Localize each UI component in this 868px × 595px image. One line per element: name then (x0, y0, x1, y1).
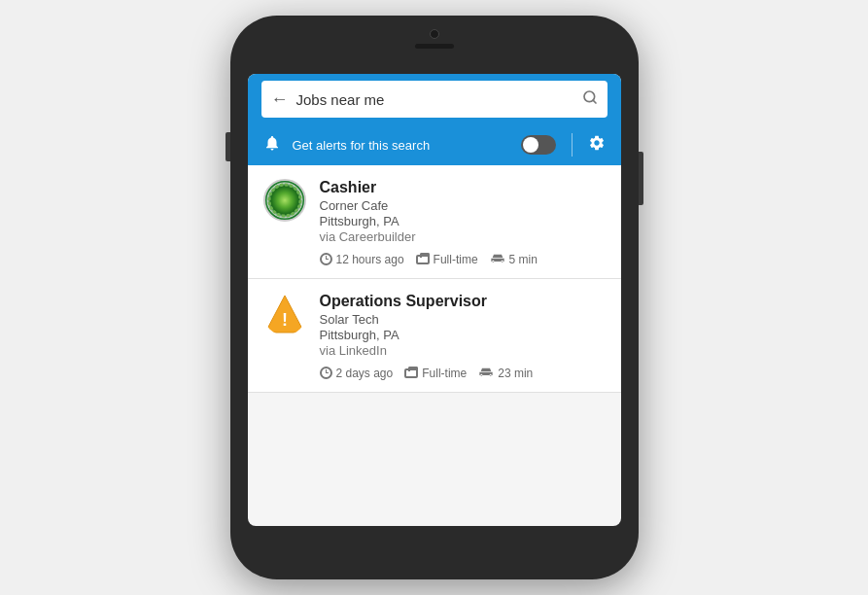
car-icon-ops (478, 366, 494, 380)
job-meta-cashier: 12 hours ago Full-time (320, 252, 606, 266)
alert-text: Get alerts for this search (293, 138, 509, 153)
clock-icon-ops (320, 367, 332, 379)
job-company-cashier: Corner Cafe (320, 198, 606, 213)
bell-icon (263, 134, 281, 157)
svg-text:!: ! (282, 310, 288, 330)
job-source-cashier: via Careerbuilder (320, 229, 606, 244)
job-type-cashier: Full-time (416, 253, 478, 266)
phone-body: ← Jobs near me Get a (230, 16, 639, 579)
job-title-ops: Operations Supervisor (320, 293, 606, 310)
job-card-ops[interactable]: ! Operations Supervisor Solar Tech Pitts… (248, 279, 621, 393)
toggle-knob (523, 137, 538, 153)
job-location-cashier: Pittsburgh, PA (320, 214, 606, 228)
gear-icon[interactable] (588, 134, 606, 157)
job-commute-ops: 23 min (478, 366, 533, 380)
clock-icon-cashier (320, 253, 332, 265)
company-logo-ops: ! (263, 293, 306, 335)
phone-frame: ← Jobs near me Get a (230, 16, 639, 579)
alert-bar: Get alerts for this search (248, 124, 621, 165)
search-bar: ← Jobs near me (248, 74, 621, 124)
job-type-ops: Full-time (404, 367, 467, 380)
search-button[interactable] (582, 89, 598, 109)
search-query-text: Jobs near me (296, 91, 574, 108)
speaker (415, 44, 454, 49)
job-time-cashier: 12 hours ago (320, 253, 404, 266)
job-commute-cashier: 5 min (490, 252, 538, 266)
back-arrow-icon[interactable]: ← (271, 89, 289, 110)
phone-top-bar (415, 29, 454, 49)
camera (430, 29, 439, 39)
briefcase-icon-ops (404, 368, 418, 378)
job-source-ops: via LinkedIn (320, 343, 606, 358)
screen: ← Jobs near me Get a (248, 74, 621, 526)
briefcase-icon-cashier (416, 255, 430, 264)
job-company-ops: Solar Tech (320, 312, 606, 327)
svg-line-1 (593, 100, 596, 103)
job-title-cashier: Cashier (320, 179, 606, 196)
job-location-ops: Pittsburgh, PA (320, 328, 606, 342)
jobs-list: Cashier Corner Cafe Pittsburgh, PA via C… (248, 165, 621, 393)
job-card-cashier[interactable]: Cashier Corner Cafe Pittsburgh, PA via C… (248, 165, 621, 279)
company-logo-cashier (263, 179, 306, 222)
job-info-cashier: Cashier Corner Cafe Pittsburgh, PA via C… (320, 179, 606, 266)
divider (572, 133, 573, 157)
job-time-ops: 2 days ago (320, 367, 394, 380)
side-button-left (226, 132, 230, 161)
alerts-toggle[interactable] (521, 135, 556, 155)
side-button-right (639, 152, 643, 205)
car-icon-cashier (490, 252, 505, 266)
search-bar-inner: ← Jobs near me (261, 81, 608, 118)
job-info-ops: Operations Supervisor Solar Tech Pittsbu… (320, 293, 606, 380)
svg-point-2 (267, 183, 302, 218)
job-meta-ops: 2 days ago Full-time (320, 366, 606, 380)
